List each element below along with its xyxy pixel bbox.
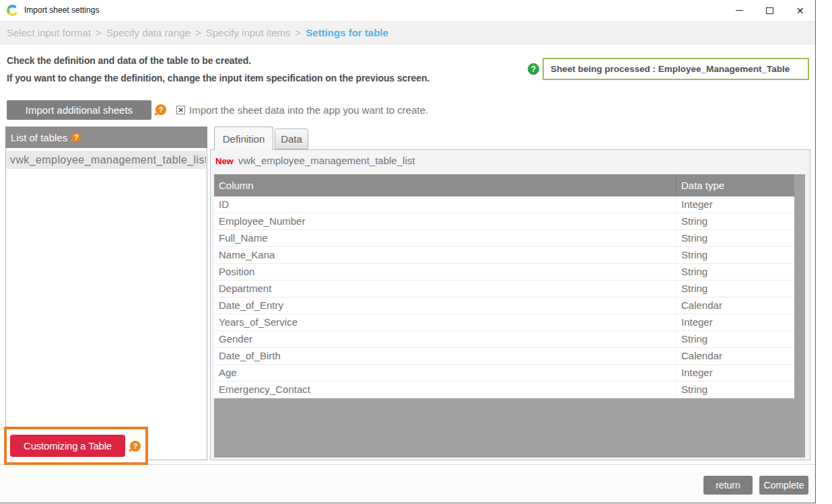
table-row: Gender String: [214, 331, 794, 348]
cell-column: ID: [214, 196, 677, 213]
help-icon-green[interactable]: ?: [528, 63, 539, 75]
cell-column: Age: [214, 365, 677, 381]
table-name: vwk_employee_management_table_list: [238, 155, 415, 166]
tab-definition[interactable]: Definition: [214, 127, 273, 150]
cell-datatype: Calendar: [677, 297, 794, 314]
minimize-icon: [736, 10, 743, 11]
cell-datatype: String: [677, 331, 794, 347]
table-row: Emergency_Contact String: [214, 382, 794, 398]
customizing-a-table-button[interactable]: Customizing a Table: [10, 435, 125, 457]
breadcrumb-step-specify-data-range: Specify data range: [106, 27, 190, 38]
cell-datatype: Calendar: [677, 348, 794, 364]
screen: Import sheet settings ✕ Select input for…: [0, 0, 832, 504]
cell-column: Years_of_Service: [214, 314, 677, 330]
cell-column: Department: [214, 281, 677, 297]
table-list-item[interactable]: vwk_employee_management_table_list: [7, 151, 206, 169]
sheet-being-processed-banner: Sheet being processed : Employee_Managem…: [543, 58, 809, 80]
table-list-title: List of tables: [11, 132, 67, 143]
breadcrumb-step-select-input-format: Select input format: [7, 27, 91, 38]
window-title: Import sheet settings: [24, 0, 99, 21]
cell-datatype: String: [677, 264, 794, 280]
breadcrumb-separator: >: [296, 27, 302, 38]
cell-datatype: String: [677, 281, 794, 297]
instruction-line-1: Check the definition and data of the tab…: [7, 55, 251, 66]
table-row: Employee_Number String: [214, 213, 794, 230]
close-icon: ✕: [796, 6, 804, 15]
table-row: Years_of_Service Integer: [214, 314, 794, 331]
title-bar: Import sheet settings ✕: [0, 0, 815, 21]
cell-column: Employee_Number: [214, 213, 677, 229]
maximize-button[interactable]: [755, 0, 785, 21]
help-icon-table-list[interactable]: ?: [71, 133, 81, 142]
table-row: ID Integer: [214, 196, 794, 213]
cell-datatype: String: [677, 213, 794, 229]
cell-datatype: String: [677, 247, 794, 263]
breadcrumb-separator: >: [195, 27, 201, 38]
cell-datatype: Integer: [677, 365, 794, 381]
complete-button[interactable]: Complete: [759, 476, 808, 495]
import-data-checkbox-label: Import the sheet data into the app you w…: [189, 100, 428, 120]
breadcrumb-separator: >: [96, 27, 102, 38]
table-row: Date_of_Birth Calendar: [214, 348, 794, 365]
cell-datatype: String: [677, 230, 794, 246]
table-row: Department String: [214, 281, 794, 297]
cell-datatype: Integer: [677, 196, 794, 213]
cell-column: Name_Kana: [214, 247, 677, 263]
minimize-button[interactable]: [724, 0, 755, 21]
table-row: Date_of_Entry Calendar: [214, 297, 794, 314]
customize-highlight-box: Customizing a Table ?: [4, 427, 148, 465]
cell-column: Date_of_Entry: [214, 297, 677, 314]
maximize-icon: [766, 7, 773, 14]
cell-column: Position: [214, 264, 677, 280]
breadcrumb-step-settings-for-table: Settings for table: [306, 27, 388, 38]
cell-datatype: Integer: [677, 314, 794, 330]
breadcrumb: Select input format > Specify data range…: [0, 21, 815, 44]
tab-data[interactable]: Data: [275, 129, 308, 149]
import-data-checkbox[interactable]: ✕: [176, 106, 185, 114]
new-badge: New: [215, 156, 234, 166]
table-row: Full_Name String: [214, 230, 794, 247]
table-row: Name_Kana String: [214, 247, 794, 264]
app-logo-icon: [7, 5, 18, 16]
table-list-header: List of tables ?: [5, 127, 207, 148]
help-icon-import[interactable]: ?: [155, 104, 166, 115]
table-name-row: New vwk_employee_management_table_list: [215, 155, 415, 166]
instruction-line-2: If you want to change the definition, ch…: [7, 73, 429, 83]
table-row: Position String: [214, 264, 794, 281]
breadcrumb-step-specify-input-items: Specify input items: [206, 27, 291, 38]
column-header: Column: [214, 174, 677, 196]
app-window: Import sheet settings ✕ Select input for…: [0, 0, 816, 503]
return-button[interactable]: return: [703, 476, 753, 495]
import-additional-sheets-button[interactable]: Import additional sheets: [7, 100, 151, 120]
datatype-header: Data type: [677, 174, 794, 196]
help-icon-customize[interactable]: ?: [130, 441, 141, 452]
cell-column: Date_of_Birth: [214, 348, 677, 364]
cell-column: Gender: [214, 331, 677, 347]
cell-column: Emergency_Contact: [214, 382, 677, 398]
cell-column: Full_Name: [214, 230, 677, 246]
table-list-panel: [5, 148, 207, 460]
window-controls: ✕: [724, 0, 815, 21]
definition-table: Column Data type ID Integer Employee_Num…: [214, 174, 805, 458]
footer-bar: [0, 464, 815, 503]
cell-datatype: String: [677, 382, 794, 398]
definition-table-header: Column Data type: [214, 174, 794, 196]
table-row: Age Integer: [214, 365, 794, 382]
close-button[interactable]: ✕: [785, 0, 815, 21]
